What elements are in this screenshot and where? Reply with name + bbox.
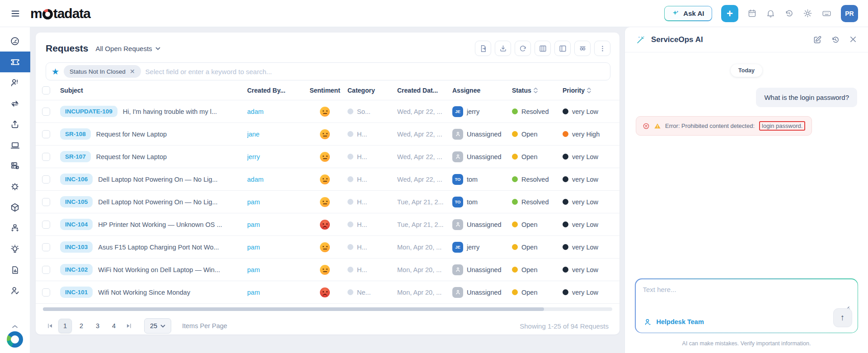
refresh-button[interactable]	[515, 41, 531, 56]
calendar-icon[interactable]	[747, 9, 757, 18]
status-value[interactable]: Resolved	[521, 108, 549, 115]
motadata-logo[interactable]: mtadata	[30, 6, 90, 21]
page-button-2[interactable]: 2	[75, 319, 88, 333]
page-button-3[interactable]: 3	[91, 319, 104, 333]
priority-value[interactable]: very Low	[572, 153, 598, 160]
sidebar-item-changes[interactable]	[0, 93, 30, 114]
sidebar-item-network[interactable]	[0, 218, 30, 239]
created-by-link[interactable]: adam	[247, 108, 263, 115]
assignee-name[interactable]: Unassigned	[467, 289, 502, 296]
notifications-bell-icon[interactable]	[766, 9, 775, 18]
table-row[interactable]: INC-101 Wifi Not Working Since Monday pa…	[36, 281, 619, 304]
priority-value[interactable]: very Low	[572, 266, 598, 273]
last-page-button[interactable]	[125, 322, 132, 329]
ai-input-box[interactable]: Helpdesk Team ↑	[635, 278, 858, 333]
search-input[interactable]	[145, 68, 605, 75]
created-by-link[interactable]: pam	[247, 289, 260, 296]
created-by-link[interactable]: pam	[247, 221, 260, 228]
column-header-priority[interactable]: Priority	[563, 87, 619, 94]
table-row[interactable]: INC-106 Dell Laptop Not Powering On — No…	[36, 168, 619, 191]
sidebar-item-requests[interactable]	[0, 52, 30, 72]
request-id-badge[interactable]: INCUPDATE-109	[60, 106, 117, 117]
row-checkbox[interactable]	[42, 108, 50, 116]
status-value[interactable]: Open	[521, 289, 537, 296]
horizontal-scrollbar[interactable]	[43, 307, 612, 311]
column-header-created-by[interactable]: Created By...	[247, 87, 302, 94]
hamburger-menu-icon[interactable]	[0, 9, 30, 19]
search-bar[interactable]: ★ Status Not In Closed ✕	[46, 62, 610, 80]
create-new-button[interactable]: +	[721, 5, 738, 22]
assignee-name[interactable]: jerry	[467, 244, 479, 251]
first-page-button[interactable]	[47, 322, 54, 329]
table-row[interactable]: INC-105 Dell Laptop Not Powering On — No…	[36, 191, 619, 213]
select-all-checkbox[interactable]	[42, 86, 50, 94]
priority-value[interactable]: very Low	[572, 198, 598, 206]
export-button[interactable]	[475, 41, 491, 56]
row-checkbox[interactable]	[42, 130, 50, 138]
sidebar-item-users[interactable]	[0, 72, 30, 93]
request-subject[interactable]: Request for New Laptop	[96, 131, 167, 138]
priority-value[interactable]: very Low	[572, 244, 598, 251]
column-header-created-date[interactable]: Created Dat...	[397, 87, 452, 94]
column-header-sentiment[interactable]: Sentiment	[302, 87, 347, 94]
sidebar-item-patch[interactable]	[0, 176, 30, 197]
row-checkbox[interactable]	[42, 243, 50, 251]
column-header-status[interactable]: Status	[512, 87, 563, 94]
request-subject[interactable]: Wifi Not Working Since Monday	[98, 289, 190, 296]
columns-button[interactable]	[535, 41, 551, 56]
created-by-link[interactable]: pam	[247, 266, 260, 273]
new-chat-edit-icon[interactable]	[813, 35, 822, 44]
request-id-badge[interactable]: INC-104	[60, 219, 93, 230]
assignee-name[interactable]: jerry	[467, 108, 479, 115]
created-by-link[interactable]: jane	[247, 131, 259, 138]
sidebar-item-knowledge[interactable]	[0, 239, 30, 259]
priority-value[interactable]: very Low	[572, 108, 598, 115]
column-header-category[interactable]: Category	[347, 87, 397, 94]
ask-ai-button[interactable]: Ask AI	[664, 6, 712, 21]
send-message-button[interactable]: ↑	[833, 308, 852, 327]
keyboard-icon[interactable]	[821, 9, 832, 18]
status-value[interactable]: Open	[521, 153, 537, 160]
collapse-chevron-icon[interactable]	[12, 325, 18, 329]
created-by-link[interactable]: adam	[247, 176, 263, 183]
request-id-badge[interactable]: SR-108	[60, 128, 91, 140]
sidebar-item-releases[interactable]	[0, 114, 30, 135]
request-subject[interactable]: HP Printer Not Working — Unknown OS ...	[98, 221, 222, 228]
sort-icon[interactable]	[533, 87, 538, 94]
sidebar-item-packages[interactable]	[0, 197, 30, 218]
request-id-badge[interactable]: SR-107	[60, 151, 91, 162]
assignee-name[interactable]: Unassigned	[467, 131, 502, 138]
items-per-page-select[interactable]: 25	[144, 318, 171, 334]
row-checkbox[interactable]	[42, 221, 50, 229]
split-view-button[interactable]	[554, 41, 571, 56]
row-checkbox[interactable]	[42, 198, 50, 206]
column-header-subject[interactable]: Subject	[60, 87, 247, 94]
priority-value[interactable]: very Low	[572, 176, 598, 183]
sidebar-item-approvals[interactable]	[0, 280, 30, 301]
motadata-donut-logo[interactable]	[7, 331, 23, 348]
table-row[interactable]: SR-108 Request for New Laptop jane H... …	[36, 123, 619, 146]
status-value[interactable]: Open	[521, 221, 537, 228]
chat-history-icon[interactable]	[831, 35, 840, 44]
filter-chip[interactable]: Status Not In Closed ✕	[64, 65, 141, 78]
status-value[interactable]: Open	[521, 244, 537, 251]
ai-message-input[interactable]	[643, 286, 788, 304]
request-id-badge[interactable]: INC-101	[60, 287, 93, 298]
row-checkbox[interactable]	[42, 288, 50, 297]
priority-value[interactable]: very High	[572, 131, 600, 138]
status-value[interactable]: Open	[521, 131, 537, 138]
request-subject[interactable]: Dell Laptop Not Powering On — No Lig...	[98, 198, 217, 206]
close-panel-icon[interactable]	[849, 35, 857, 44]
sidebar-item-reports[interactable]	[0, 259, 30, 280]
table-row[interactable]: SR-107 Request for New Laptop jerry H...…	[36, 146, 619, 168]
settings-gear-icon[interactable]	[803, 9, 812, 18]
request-id-badge[interactable]: INC-105	[60, 196, 93, 207]
table-row[interactable]: INCUPDATE-109 Hi, I'm having trouble wit…	[36, 100, 619, 123]
history-icon[interactable]	[784, 9, 794, 18]
row-checkbox[interactable]	[42, 153, 50, 161]
priority-value[interactable]: very Low	[572, 221, 598, 228]
page-button-4[interactable]: 4	[107, 319, 121, 333]
row-checkbox[interactable]	[42, 266, 50, 274]
user-avatar[interactable]: PR	[841, 5, 858, 22]
created-by-link[interactable]: pam	[247, 198, 260, 206]
